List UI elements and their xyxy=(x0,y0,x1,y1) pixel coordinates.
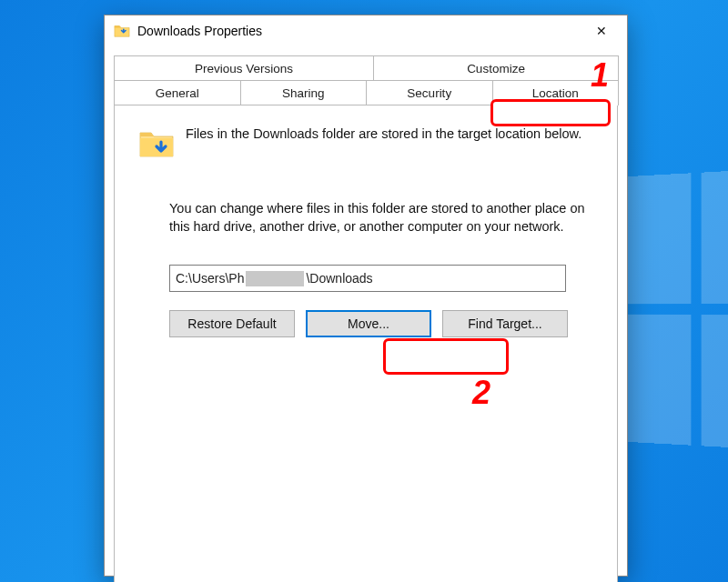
titlebar: Downloads Properties ✕ xyxy=(105,15,627,46)
tab-security[interactable]: Security xyxy=(366,80,493,105)
redacted-segment xyxy=(246,271,304,286)
annotation-marker-1: 1 xyxy=(591,56,609,95)
downloads-folder-icon xyxy=(114,23,130,39)
tab-previous-versions[interactable]: Previous Versions xyxy=(114,55,374,81)
tab-strip: Previous Versions Customize General Shar… xyxy=(105,46,627,582)
move-button[interactable]: Move... xyxy=(306,310,431,337)
explain-text: You can change where files in this folde… xyxy=(169,200,586,236)
tab-body-location: Files in the Downloads folder are stored… xyxy=(114,105,618,582)
find-target-button[interactable]: Find Target... xyxy=(442,310,568,337)
downloads-folder-large-icon xyxy=(138,125,175,166)
annotation-box-1 xyxy=(490,99,611,126)
close-button[interactable]: ✕ xyxy=(581,18,622,44)
tab-customize[interactable]: Customize xyxy=(373,55,619,81)
tab-general[interactable]: General xyxy=(114,80,241,105)
location-path-input[interactable]: C:\Users\Ph \Downloads xyxy=(169,265,566,292)
properties-dialog: Downloads Properties ✕ Previous Versions… xyxy=(104,15,628,577)
restore-default-button[interactable]: Restore Default xyxy=(169,310,295,337)
window-title: Downloads Properties xyxy=(137,24,581,38)
annotation-marker-2: 2 xyxy=(472,374,490,412)
intro-text: Files in the Downloads folder are stored… xyxy=(186,125,581,144)
annotation-box-2 xyxy=(383,338,509,375)
path-suffix: \Downloads xyxy=(306,271,372,286)
path-prefix: C:\Users\Ph xyxy=(176,271,244,286)
close-icon: ✕ xyxy=(596,24,607,38)
button-row: Restore Default Move... Find Target... xyxy=(169,310,586,337)
tab-sharing[interactable]: Sharing xyxy=(240,80,368,105)
